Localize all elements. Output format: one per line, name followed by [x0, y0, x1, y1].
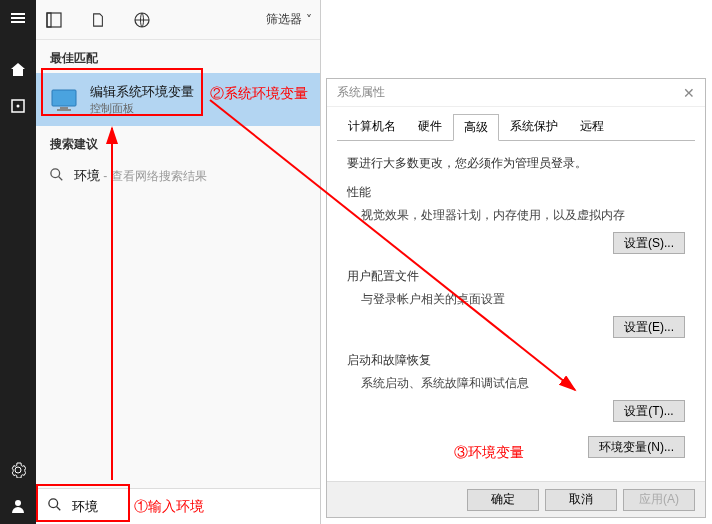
svg-rect-8: [57, 109, 71, 111]
tab-computer-name[interactable]: 计算机名: [337, 113, 407, 140]
web-icon[interactable]: [132, 10, 152, 30]
taskbar: [0, 0, 36, 524]
best-match-label: 最佳匹配: [36, 40, 320, 73]
dialog-tabs: 计算机名 硬件 高级 系统保护 远程: [327, 107, 705, 140]
suggestions-label: 搜索建议: [36, 126, 320, 159]
performance-label: 性能: [347, 184, 685, 201]
gear-icon: [10, 462, 26, 478]
search-input[interactable]: 环境: [72, 498, 98, 516]
search-panel: 筛选器 ˅ 最佳匹配 编辑系统环境变量 控制面板 搜索建议 环境 - 查看网络搜…: [36, 0, 321, 524]
search-icon: [50, 168, 64, 185]
search-icon: [48, 498, 62, 515]
user-icon: [10, 498, 26, 514]
svg-point-10: [49, 499, 58, 508]
admin-info: 要进行大多数更改，您必须作为管理员登录。: [347, 155, 685, 172]
search-result-edit-env[interactable]: 编辑系统环境变量 控制面板: [36, 73, 320, 126]
dialog-title-text: 系统属性: [337, 84, 385, 101]
filter-button[interactable]: 筛选器 ˅: [266, 11, 312, 28]
performance-desc: 视觉效果，处理器计划，内存使用，以及虚拟内存: [361, 207, 685, 224]
documents-icon[interactable]: [88, 10, 108, 30]
suggestion-desc: - 查看网络搜索结果: [100, 169, 207, 183]
home-button[interactable]: [0, 52, 36, 88]
ok-button[interactable]: 确定: [467, 489, 539, 511]
result-title: 编辑系统环境变量: [90, 83, 194, 101]
chevron-down-icon: ˅: [306, 13, 312, 27]
svg-rect-7: [60, 107, 68, 109]
cancel-button[interactable]: 取消: [545, 489, 617, 511]
profile-desc: 与登录帐户相关的桌面设置: [361, 291, 685, 308]
recent-button[interactable]: [0, 88, 36, 124]
menu-icon: [10, 10, 26, 26]
startup-label: 启动和故障恢复: [347, 352, 685, 369]
home-icon: [10, 62, 26, 78]
apps-icon[interactable]: [44, 10, 64, 30]
tab-remote[interactable]: 远程: [569, 113, 615, 140]
clock-icon: [10, 98, 26, 114]
dialog-body: 要进行大多数更改，您必须作为管理员登录。 性能 视觉效果，处理器计划，内存使用，…: [327, 141, 705, 482]
startup-settings-button[interactable]: 设置(T)...: [613, 400, 685, 422]
start-menu-button[interactable]: [0, 0, 36, 36]
svg-rect-4: [47, 13, 51, 27]
svg-point-9: [51, 168, 60, 177]
apply-button: 应用(A): [623, 489, 695, 511]
tab-hardware[interactable]: 硬件: [407, 113, 453, 140]
search-bar[interactable]: 环境: [36, 488, 320, 524]
dialog-footer: 确定 取消 应用(A): [327, 481, 705, 517]
svg-point-1: [17, 105, 20, 108]
environment-variables-button[interactable]: 环境变量(N)...: [588, 436, 685, 458]
tab-advanced[interactable]: 高级: [453, 114, 499, 141]
search-header: 筛选器 ˅: [36, 0, 320, 40]
tab-system-protection[interactable]: 系统保护: [499, 113, 569, 140]
svg-rect-6: [52, 90, 76, 106]
settings-button[interactable]: [0, 452, 36, 488]
profile-settings-button[interactable]: 设置(E)...: [613, 316, 685, 338]
startup-desc: 系统启动、系统故障和调试信息: [361, 375, 685, 392]
user-button[interactable]: [0, 488, 36, 524]
dialog-titlebar: 系统属性 ✕: [327, 79, 705, 107]
filter-label: 筛选器: [266, 11, 302, 28]
search-suggestion[interactable]: 环境 - 查看网络搜索结果: [36, 159, 320, 193]
result-subtitle: 控制面板: [90, 101, 194, 116]
performance-settings-button[interactable]: 设置(S)...: [613, 232, 685, 254]
system-properties-dialog: 系统属性 ✕ 计算机名 硬件 高级 系统保护 远程 要进行大多数更改，您必须作为…: [326, 78, 706, 518]
monitor-icon: [50, 88, 78, 112]
profile-label: 用户配置文件: [347, 268, 685, 285]
suggestion-query: 环境: [74, 168, 100, 183]
close-button[interactable]: ✕: [683, 85, 695, 101]
svg-point-2: [15, 500, 21, 506]
svg-rect-3: [47, 13, 61, 27]
